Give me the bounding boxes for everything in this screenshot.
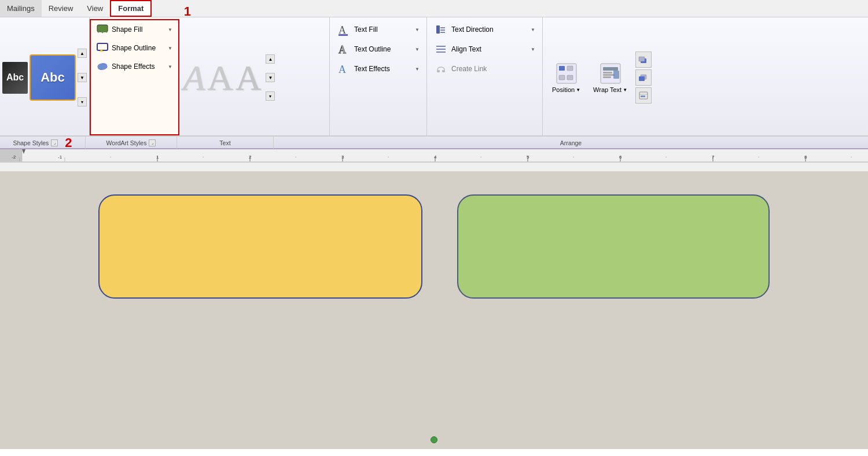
svg-rect-8 bbox=[436, 25, 440, 34]
svg-rect-34 bbox=[641, 95, 645, 97]
send-backward-btn[interactable] bbox=[635, 69, 652, 86]
svg-point-2 bbox=[98, 64, 107, 69]
svg-rect-31 bbox=[639, 76, 645, 81]
text-outline-arrow: ▼ bbox=[415, 47, 420, 52]
abc-blue-label: Abc bbox=[41, 70, 65, 85]
ruler: -2 -1 · 1 · 2 · 3 · 4 · 5 · 6 · 7 · bbox=[0, 149, 868, 162]
wordart-expand[interactable]: ⌟ bbox=[149, 139, 156, 146]
svg-rect-25 bbox=[603, 74, 615, 76]
svg-text:·: · bbox=[388, 155, 389, 160]
text-outline-icon: A bbox=[337, 42, 351, 56]
svg-rect-5 bbox=[339, 34, 348, 36]
align-text-arrow: ▼ bbox=[531, 47, 535, 52]
bring-forward-btn[interactable] bbox=[635, 52, 652, 68]
scroll-down-arrow[interactable]: ▼ bbox=[78, 73, 87, 82]
connector-dot bbox=[431, 436, 437, 443]
svg-rect-18 bbox=[559, 66, 565, 71]
position-btn[interactable]: Position ▼ bbox=[547, 60, 585, 95]
text-direction-icon bbox=[434, 23, 448, 36]
horizontal-scrollbar[interactable] bbox=[0, 162, 868, 171]
svg-rect-20 bbox=[559, 75, 565, 80]
svg-rect-36 bbox=[0, 149, 22, 162]
text-direction-label: Text Direction bbox=[451, 25, 494, 34]
shape-fill-btn[interactable]: Shape Fill ▼ bbox=[93, 20, 176, 39]
shape-outline-icon bbox=[97, 42, 108, 54]
svg-text:A: A bbox=[339, 64, 346, 75]
shape-fill-icon bbox=[97, 24, 108, 35]
svg-rect-1 bbox=[97, 43, 108, 50]
wrap-text-btn[interactable]: Wrap Text ▼ bbox=[589, 60, 632, 95]
svg-text:·: · bbox=[851, 155, 852, 160]
svg-rect-24 bbox=[603, 72, 612, 73]
create-link-icon bbox=[434, 62, 448, 76]
svg-rect-29 bbox=[639, 57, 645, 61]
abc-black-label: Abc bbox=[6, 72, 24, 83]
annotation-1: 1 bbox=[184, 4, 191, 19]
align-text-btn[interactable]: Align Text ▼ bbox=[432, 39, 538, 59]
align-text-icon bbox=[434, 42, 448, 56]
svg-text:·: · bbox=[480, 155, 481, 160]
text-fill-label: Text Fill bbox=[354, 25, 378, 34]
shape-scroll-arrows: ▲ ▼ ▾ bbox=[78, 49, 87, 106]
wordart-scroll-down[interactable]: ▼ bbox=[266, 73, 275, 82]
wordart-letter-1[interactable]: A bbox=[183, 60, 205, 95]
wordart-letter-3[interactable]: A bbox=[236, 60, 262, 95]
text-group-title: Text bbox=[177, 136, 274, 149]
wordart-scroll-up[interactable]: ▲ bbox=[266, 54, 275, 64]
svg-text:-2: -2 bbox=[12, 155, 16, 160]
abc-black-preview: Abc bbox=[2, 62, 28, 94]
text-fill-btn[interactable]: A Text Fill ▼ bbox=[334, 20, 422, 39]
svg-text:·: · bbox=[295, 155, 296, 160]
green-shape[interactable] bbox=[457, 194, 770, 299]
shape-effects-arrow: ▼ bbox=[168, 64, 172, 69]
ribbon-content: Abc Abc ▲ ▼ ▾ 1 bbox=[0, 17, 868, 135]
canvas-area bbox=[0, 171, 868, 449]
shape-effects-icon bbox=[97, 61, 108, 72]
menu-view[interactable]: View bbox=[80, 0, 110, 17]
scroll-expand-arrow[interactable]: ▾ bbox=[78, 97, 87, 106]
wordart-letters: A A A ▲ ▼ ▾ bbox=[183, 20, 326, 135]
ribbon: Abc Abc ▲ ▼ ▾ 1 bbox=[0, 17, 868, 149]
svg-text:·: · bbox=[758, 155, 759, 160]
text-effects-icon: A bbox=[337, 62, 351, 76]
text-effects-btn[interactable]: A Text Effects ▼ bbox=[334, 59, 422, 79]
create-link-btn[interactable]: Create Link bbox=[432, 59, 538, 79]
text-effects-arrow: ▼ bbox=[415, 67, 420, 72]
position-icon bbox=[555, 62, 578, 85]
svg-text:·: · bbox=[665, 155, 667, 160]
scroll-up-arrow[interactable]: ▲ bbox=[78, 49, 87, 58]
wordart-styles-title: WordArt Styles ⌟ bbox=[86, 136, 177, 149]
menu-review[interactable]: Review bbox=[42, 0, 80, 17]
svg-rect-26 bbox=[603, 76, 611, 78]
shape-styles-title: Shape Styles ⌟ 2 bbox=[0, 136, 86, 149]
shape-outline-arrow: ▼ bbox=[168, 46, 172, 51]
menu-format[interactable]: Format bbox=[110, 0, 152, 17]
yellow-shape[interactable] bbox=[98, 194, 422, 299]
abc-blue-preview[interactable]: Abc bbox=[30, 54, 76, 101]
position-label: Position bbox=[552, 86, 575, 93]
svg-rect-23 bbox=[603, 67, 618, 71]
menu-bar: Mailings Review View Format bbox=[0, 0, 868, 17]
shape-fill-label: Shape Fill bbox=[112, 25, 142, 34]
shape-outline-label: Shape Outline bbox=[112, 44, 156, 52]
ribbon-label-row: Shape Styles ⌟ 2 WordArt Styles ⌟ Text A… bbox=[0, 135, 868, 148]
svg-text:·: · bbox=[203, 155, 204, 160]
svg-text:·: · bbox=[110, 155, 111, 160]
text-effects-label: Text Effects bbox=[354, 65, 390, 73]
shape-effects-btn[interactable]: Shape Effects ▼ bbox=[93, 57, 176, 76]
text-direction-btn[interactable]: Text Direction ▼ bbox=[432, 20, 538, 39]
shape-outline-btn[interactable]: Shape Outline ▼ bbox=[93, 39, 176, 57]
wrap-text-arrow: ▼ bbox=[623, 87, 627, 93]
arrange-group-title: Arrange bbox=[274, 136, 868, 149]
wordart-scroll-expand[interactable]: ▾ bbox=[266, 91, 275, 101]
svg-rect-19 bbox=[567, 66, 573, 71]
svg-rect-15 bbox=[437, 70, 440, 72]
wordart-letter-2[interactable]: A bbox=[207, 60, 233, 95]
selection-pane-btn[interactable] bbox=[635, 87, 652, 104]
menu-mailings[interactable]: Mailings bbox=[0, 0, 42, 17]
svg-text:-1: -1 bbox=[58, 155, 62, 160]
text-outline-btn[interactable]: A Text Outline ▼ bbox=[334, 39, 422, 59]
text-fill-icon: A bbox=[337, 23, 351, 36]
svg-rect-21 bbox=[567, 75, 573, 80]
shape-styles-expand[interactable]: ⌟ bbox=[51, 139, 58, 146]
